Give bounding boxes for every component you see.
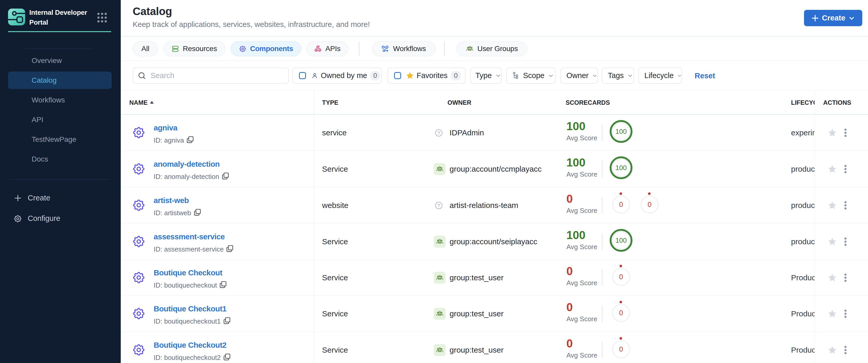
svg-text:?: ? (438, 203, 440, 208)
svg-text:?: ? (438, 131, 440, 135)
